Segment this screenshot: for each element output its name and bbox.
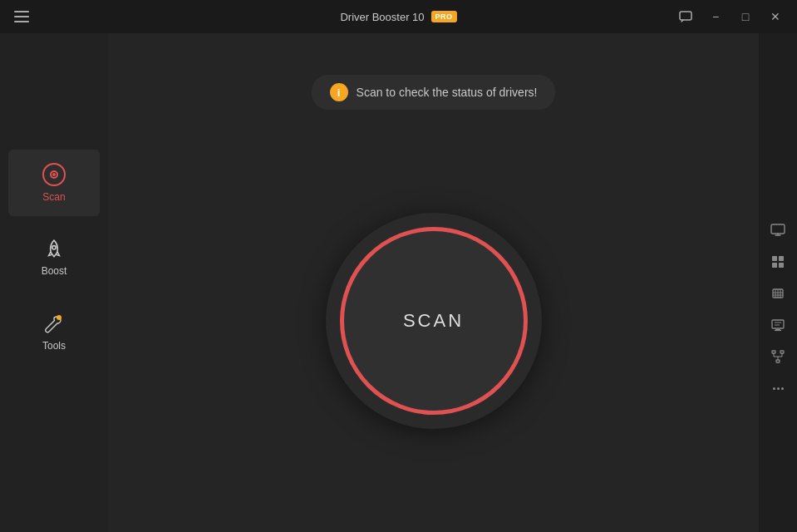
svg-rect-20	[776, 360, 780, 362]
right-panel	[759, 33, 797, 532]
scan-ring-circle: SCAN	[342, 229, 525, 412]
svg-rect-6	[772, 263, 777, 268]
more-button[interactable]	[762, 374, 794, 402]
maximize-button[interactable]: □	[734, 5, 757, 28]
info-banner: i Scan to check the status of drivers!	[312, 75, 556, 110]
svg-rect-5	[779, 256, 784, 261]
chat-button[interactable]	[674, 5, 697, 28]
windows-button[interactable]	[762, 248, 794, 276]
display-icon	[771, 318, 785, 332]
app-title: Driver Booster 10	[340, 11, 424, 23]
sidebar-item-scan[interactable]: Scan	[8, 150, 100, 216]
tools-icon	[43, 313, 65, 335]
network-icon	[771, 350, 785, 363]
scan-button[interactable]: SCAN	[359, 246, 509, 396]
title-bar: Driver Booster 10 PRO − □ ✕	[0, 0, 797, 33]
title-bar-controls: − □ ✕	[674, 5, 787, 28]
svg-rect-3	[771, 224, 785, 234]
sidebar: Scan Boost Tools	[0, 33, 108, 532]
main-layout: Scan Boost Tools i	[0, 33, 797, 532]
more-icon	[773, 387, 784, 390]
sidebar-label-boost: Boost	[42, 265, 67, 277]
minimize-button[interactable]: −	[704, 5, 727, 28]
sidebar-item-boost[interactable]: Boost	[8, 224, 100, 291]
content-area: i Scan to check the status of drivers! S…	[108, 33, 759, 532]
windows-icon	[771, 255, 785, 268]
hardware-button[interactable]	[762, 279, 794, 308]
sidebar-label-tools: Tools	[42, 340, 66, 352]
svg-point-2	[57, 315, 61, 320]
scan-button-label: SCAN	[403, 310, 464, 332]
monitor-icon	[770, 224, 785, 237]
display-button[interactable]	[762, 311, 794, 339]
scan-outer-circle: SCAN	[326, 213, 542, 429]
svg-point-1	[52, 246, 56, 249]
close-button[interactable]: ✕	[764, 5, 787, 28]
pro-badge: PRO	[431, 11, 457, 22]
scan-area: SCAN	[326, 110, 542, 532]
svg-rect-0	[680, 12, 691, 20]
title-bar-left	[10, 5, 33, 28]
scan-icon	[42, 163, 66, 186]
info-text: Scan to check the status of drivers!	[357, 86, 538, 99]
sidebar-item-tools[interactable]: Tools	[8, 299, 100, 366]
svg-rect-7	[779, 263, 784, 268]
svg-rect-14	[772, 320, 784, 328]
svg-rect-21	[780, 351, 784, 353]
monitor-button[interactable]	[762, 216, 794, 244]
sidebar-label-scan: Scan	[42, 191, 65, 203]
network-button[interactable]	[762, 342, 794, 371]
hardware-icon	[771, 287, 785, 300]
boost-icon	[43, 239, 65, 260]
svg-rect-19	[772, 351, 775, 353]
info-icon: i	[330, 83, 348, 101]
title-bar-center: Driver Booster 10 PRO	[340, 11, 456, 23]
menu-button[interactable]	[10, 5, 33, 28]
svg-rect-4	[772, 256, 777, 261]
